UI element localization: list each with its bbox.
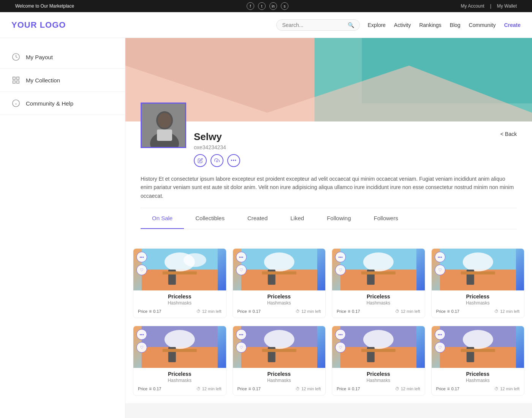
social-links: f t in s [247, 2, 288, 10]
card-like-button[interactable]: ♡ [435, 342, 445, 353]
facebook-icon[interactable]: f [247, 2, 254, 10]
card-like-button[interactable]: ♡ [435, 265, 445, 275]
nav-link-activity[interactable]: Activity [394, 22, 411, 28]
card-image [332, 326, 425, 368]
card-price: Price ≡ 0.17 [337, 386, 360, 391]
nft-card: ••• ♡ Priceless Hashmasks [133, 248, 226, 318]
svg-rect-57 [461, 349, 495, 352]
svg-rect-1 [13, 77, 15, 79]
card-footer: Price ≡ 0.17 ⏱ 12 min left [238, 386, 321, 391]
card-price: Price ≡ 0.17 [138, 309, 162, 314]
profile-section: Selwy oxe34234234 [125, 121, 532, 241]
time-value: 12 min left [500, 309, 519, 314]
tab-created[interactable]: Created [236, 208, 279, 229]
sidebar-item-my-collection[interactable]: My Collection [0, 69, 125, 92]
card-menu-button[interactable]: ••• [435, 252, 445, 262]
svg-point-35 [462, 252, 493, 271]
nft-card: ••• ♡ Priceless Hashmasks [431, 248, 525, 318]
sidebar-item-label-payout: My Payout [26, 54, 53, 60]
card-controls: ••• ♡ [335, 252, 346, 275]
card-like-button[interactable]: ♡ [236, 342, 247, 353]
price-value: 0.17 [451, 386, 459, 391]
payout-icon [11, 52, 21, 62]
card-body: Priceless Hashmasks Price ≡ 0.17 ⏱ 12 mi… [133, 368, 226, 395]
clock-icon: ⏱ [395, 386, 399, 391]
svg-rect-52 [361, 349, 396, 352]
card-body: Priceless Hashmasks Price ≡ 0.17 ⏱ 12 mi… [233, 290, 326, 318]
card-menu-button[interactable]: ••• [136, 252, 147, 262]
search-icon: 🔍 [348, 22, 354, 28]
avatar [141, 103, 186, 148]
nft-card: ••• ♡ Priceless Hashmasks [431, 326, 525, 396]
card-menu-button[interactable]: ••• [435, 329, 445, 340]
card-menu-button[interactable]: ••• [236, 252, 247, 262]
card-time: ⏱ 12 min left [395, 309, 420, 314]
tab-liked[interactable]: Liked [279, 208, 315, 229]
nav-link-community[interactable]: Community [469, 22, 496, 28]
back-link[interactable]: < Back [500, 125, 517, 137]
card-like-button[interactable]: ♡ [136, 342, 147, 353]
more-button[interactable]: ••• [227, 154, 240, 167]
upload-button[interactable] [211, 154, 223, 167]
card-time: ⏱ 12 min left [296, 309, 321, 314]
card-controls: ••• ♡ [136, 329, 147, 353]
time-value: 12 min left [202, 386, 222, 391]
my-account-link[interactable]: My Account [461, 3, 484, 9]
card-body: Priceless Hashmasks Price ≡ 0.17 ⏱ 12 mi… [233, 368, 326, 395]
card-footer: Price ≡ 0.17 ⏱ 12 min left [238, 309, 321, 314]
card-menu-button[interactable]: ••• [335, 329, 346, 340]
time-value: 12 min left [202, 309, 222, 314]
clock-icon: ⏱ [296, 309, 300, 314]
nav-link-explore[interactable]: Explore [367, 22, 385, 28]
svg-point-40 [165, 330, 195, 349]
card-menu-button[interactable]: ••• [136, 329, 147, 340]
nav-links: Explore Activity Rankings Blog Community… [367, 22, 521, 28]
card-title: Priceless [238, 293, 321, 300]
card-title: Priceless [138, 293, 222, 300]
edit-button[interactable] [194, 154, 207, 167]
my-wallet-link[interactable]: My Wallet [497, 3, 517, 9]
svg-rect-32 [361, 271, 396, 274]
price-value: 0.17 [352, 386, 360, 391]
svg-rect-42 [163, 349, 197, 352]
nft-card: ••• ♡ Priceless Hashmasks [332, 248, 425, 318]
nav-link-create[interactable]: Create [504, 22, 521, 28]
price-value: 0.17 [352, 309, 360, 314]
nav-link-blog[interactable]: Blog [450, 22, 461, 28]
card-like-button[interactable]: ♡ [335, 265, 346, 275]
sidebar-item-my-payout[interactable]: My Payout [0, 46, 125, 69]
card-subtitle: Hashmasks [436, 300, 520, 306]
card-like-button[interactable]: ♡ [136, 265, 147, 275]
logo[interactable]: YOUR LOGO [11, 20, 66, 30]
card-subtitle: Hashmasks [436, 378, 520, 383]
eth-symbol: ≡ [149, 386, 152, 391]
card-menu-button[interactable]: ••• [236, 329, 247, 340]
card-menu-button[interactable]: ••• [335, 252, 346, 262]
card-like-button[interactable]: ♡ [236, 265, 247, 275]
card-subtitle: Hashmasks [238, 378, 321, 383]
divider: | [490, 3, 491, 9]
nav-link-rankings[interactable]: Rankings [419, 22, 441, 28]
main-content: Selwy oxe34234234 [125, 38, 532, 418]
search-input[interactable] [282, 22, 345, 28]
card-image [133, 249, 226, 290]
tab-followers[interactable]: Followers [363, 208, 410, 229]
tab-following[interactable]: Following [315, 208, 362, 229]
card-body: Priceless Hashmasks Price ≡ 0.17 ⏱ 12 mi… [133, 290, 226, 318]
sidebar-item-community-help[interactable]: Community & Help [0, 92, 125, 115]
svg-point-30 [363, 252, 394, 271]
tab-collectibles[interactable]: Collectibles [184, 208, 236, 229]
price-value: 0.17 [253, 309, 261, 314]
instagram-icon[interactable]: in [269, 2, 277, 10]
profile-info: Selwy oxe34234234 [194, 125, 500, 167]
card-controls: ••• ♡ [136, 252, 147, 275]
price-label: Price [436, 309, 446, 314]
card-like-button[interactable]: ♡ [335, 342, 346, 353]
profile-name: Selwy [194, 131, 500, 143]
twitter-icon[interactable]: t [258, 2, 266, 10]
search-box[interactable]: 🔍 [276, 19, 360, 31]
tab-on-sale[interactable]: On Sale [141, 208, 184, 229]
svg-rect-2 [17, 77, 19, 79]
card-body: Priceless Hashmasks Price ≡ 0.17 ⏱ 12 mi… [432, 368, 524, 395]
skype-icon[interactable]: s [281, 2, 288, 10]
